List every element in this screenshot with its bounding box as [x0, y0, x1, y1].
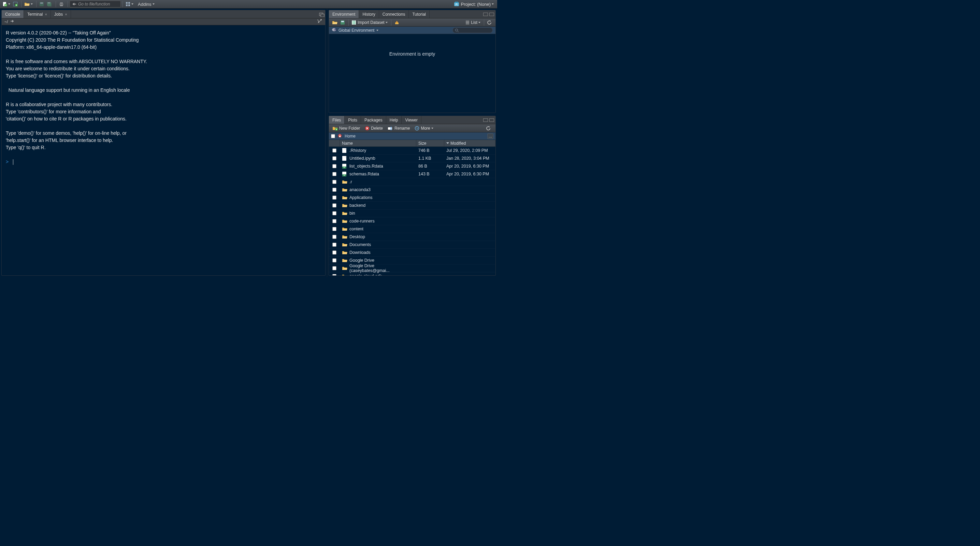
file-name: google-cloud-sdk	[349, 274, 382, 275]
file-list[interactable]: .Rhistory746 BJul 29, 2020, 2:09 PMUntit…	[329, 147, 495, 275]
save-button[interactable]	[38, 1, 45, 8]
file-row[interactable]: bin	[329, 210, 495, 217]
open-file-button[interactable]	[23, 1, 34, 8]
load-workspace-button[interactable]	[331, 19, 339, 26]
new-file-button[interactable]	[2, 1, 11, 8]
file-row[interactable]: Desktop	[329, 233, 495, 241]
file-checkbox[interactable]	[332, 227, 336, 231]
file-row[interactable]: code-runners	[329, 217, 495, 225]
home-icon[interactable]	[337, 133, 343, 139]
import-dataset-button[interactable]: Import Dataset	[350, 19, 389, 26]
maximize-pane-icon[interactable]	[489, 13, 494, 16]
file-checkbox[interactable]	[332, 156, 336, 161]
file-checkbox[interactable]	[332, 266, 336, 270]
close-tab-icon[interactable]: ×	[45, 12, 47, 16]
file-row[interactable]: Applications	[329, 194, 495, 202]
goto-dir-icon[interactable]	[10, 19, 15, 24]
files-tab-viewer[interactable]: Viewer	[402, 116, 421, 124]
file-checkbox[interactable]	[332, 188, 336, 192]
console-tab-console[interactable]: Console	[2, 10, 24, 18]
folder-icon	[342, 234, 347, 240]
files-tab-packages[interactable]: Packages	[361, 116, 386, 124]
close-tab-icon[interactable]: ×	[65, 12, 67, 16]
file-row[interactable]: Downloads	[329, 249, 495, 256]
console-output[interactable]: R version 4.0.2 (2020-06-22) -- "Taking …	[2, 25, 325, 275]
files-tab-plots[interactable]: Plots	[345, 116, 361, 124]
file-checkbox[interactable]	[332, 250, 336, 255]
print-button[interactable]	[58, 1, 65, 8]
new-folder-button[interactable]: New Folder	[330, 125, 362, 132]
environment-pane: EnvironmentHistoryConnectionsTutorial Im…	[329, 10, 496, 113]
file-row[interactable]: .Rhistory746 BJul 29, 2020, 2:09 PM	[329, 147, 495, 154]
project-menu[interactable]: R Project: (None)	[452, 2, 496, 7]
file-name: code-runners	[349, 219, 375, 223]
file-checkbox[interactable]	[332, 219, 336, 223]
file-checkbox[interactable]	[332, 235, 336, 239]
delete-button[interactable]: Delete	[363, 125, 385, 132]
console-path-bar: ~/	[2, 18, 325, 25]
new-project-button[interactable]	[12, 1, 19, 8]
list-view-button[interactable]: List	[465, 19, 482, 26]
save-workspace-button[interactable]	[339, 19, 346, 26]
maximize-pane-icon[interactable]	[489, 118, 494, 122]
file-row[interactable]: backend	[329, 202, 495, 210]
console-tab-terminal[interactable]: Terminal×	[24, 10, 51, 18]
files-tab-help[interactable]: Help	[386, 116, 402, 124]
env-tab-history[interactable]: History	[359, 10, 379, 18]
file-checkbox[interactable]	[332, 196, 336, 200]
breadcrumb-more-button[interactable]: …	[487, 134, 493, 139]
r-logo-icon: R	[332, 27, 339, 33]
file-checkbox[interactable]	[332, 258, 336, 263]
console-tab-jobs[interactable]: Jobs×	[51, 10, 71, 18]
addins-button[interactable]: Addins	[135, 1, 157, 8]
env-tab-tutorial[interactable]: Tutorial	[409, 10, 430, 18]
file-size: 746 B	[418, 148, 430, 153]
env-scope-label[interactable]: Global Environment	[339, 28, 374, 33]
file-row[interactable]: .r	[329, 178, 495, 186]
file-name: .r	[349, 180, 352, 184]
clear-workspace-button[interactable]	[393, 19, 401, 26]
env-tab-environment[interactable]: Environment	[329, 10, 359, 18]
file-row[interactable]: Documents	[329, 241, 495, 249]
rename-button[interactable]: Rename	[386, 125, 412, 132]
refresh-files-button[interactable]	[484, 125, 494, 132]
file-row[interactable]: Untitled.ipynb1.1 KBJan 28, 2020, 3:04 P…	[329, 154, 495, 162]
tools-grid-button[interactable]	[124, 1, 134, 8]
file-checkbox[interactable]	[332, 243, 336, 247]
file-checkbox[interactable]	[332, 211, 336, 215]
file-checkbox[interactable]	[332, 204, 336, 207]
minimize-pane-icon[interactable]	[483, 118, 488, 122]
file-row[interactable]: Rlist_objects.Rdata86 BApr 20, 2019, 6:3…	[329, 162, 495, 170]
minimize-pane-icon[interactable]	[483, 13, 488, 16]
file-row[interactable]: anaconda3	[329, 186, 495, 194]
file-checkbox[interactable]	[332, 274, 336, 275]
file-checkbox[interactable]	[332, 148, 336, 153]
folder-icon	[342, 273, 347, 275]
cursor	[13, 159, 13, 165]
svg-rect-15	[128, 5, 130, 6]
column-name[interactable]: Name	[340, 140, 416, 146]
save-all-button[interactable]	[46, 1, 53, 8]
svg-rect-23	[352, 21, 356, 25]
select-all-checkbox[interactable]	[331, 134, 335, 138]
file-checkbox[interactable]	[332, 180, 336, 184]
refresh-env-button[interactable]	[486, 19, 493, 26]
folder-icon	[342, 258, 347, 263]
env-search-input[interactable]	[452, 27, 493, 33]
column-modified[interactable]: Modified	[444, 140, 495, 146]
more-button[interactable]: More	[412, 125, 435, 132]
file-checkbox[interactable]	[332, 172, 336, 176]
env-tab-connections[interactable]: Connections	[379, 10, 409, 18]
breadcrumb-home[interactable]: Home	[345, 134, 356, 138]
column-size[interactable]: Size	[416, 140, 444, 146]
file-row[interactable]: Rschemas.Rdata143 BApr 20, 2019, 6:30 PM	[329, 170, 495, 178]
new-window-icon[interactable]	[319, 13, 324, 16]
files-tab-files[interactable]: Files	[329, 116, 345, 124]
goto-file-input[interactable]: Go to file/function	[70, 1, 121, 8]
clear-console-icon[interactable]	[317, 20, 323, 25]
file-checkbox[interactable]	[332, 164, 336, 168]
file-row[interactable]: Google Drive (caseybates@gmai...	[329, 264, 495, 272]
file-row[interactable]: content	[329, 225, 495, 233]
file-row[interactable]: google-cloud-sdk	[329, 272, 495, 275]
svg-rect-12	[126, 2, 127, 4]
